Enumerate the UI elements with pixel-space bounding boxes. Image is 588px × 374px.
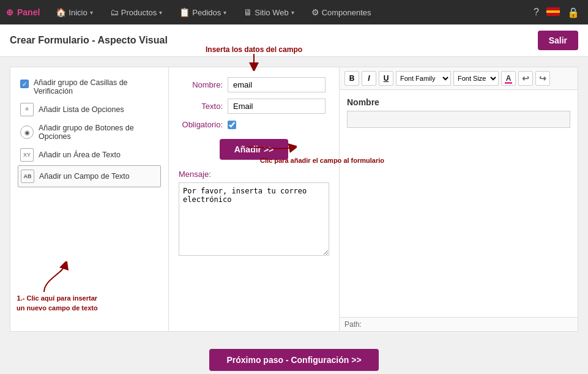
home-icon: 🏠 bbox=[56, 7, 66, 17]
editor-field-label: Nombre bbox=[347, 97, 570, 107]
sidebar-label-textarea: Añadir un Área de Texto bbox=[39, 151, 121, 159]
sidebar-label-text-field: Añadir un Campo de Texto bbox=[39, 172, 130, 181]
textarea-icon: XY bbox=[20, 148, 34, 162]
sidebar-item-textarea[interactable]: XY Añadir un Área de Texto bbox=[18, 144, 161, 165]
main-container: ✓ Añadir grupo de Casillas de Verificaci… bbox=[0, 57, 588, 342]
sidebar-item-text-field[interactable]: AB Añadir un Campo de Texto bbox=[18, 165, 161, 187]
redo-button[interactable]: ↪ bbox=[535, 71, 550, 86]
color-a-icon: A bbox=[506, 74, 512, 83]
textfield-icon: AB bbox=[21, 170, 34, 183]
underline-icon: U bbox=[384, 74, 389, 83]
orders-icon: 📋 bbox=[179, 7, 190, 17]
chevron-down-icon: ▾ bbox=[223, 9, 226, 16]
nav-item-inicio[interactable]: 🏠 Inicio ▾ bbox=[48, 4, 100, 21]
nav-item-sitioweb[interactable]: 🖥 Sitio Web ▾ bbox=[236, 4, 301, 21]
editor-path-bar: Path: bbox=[340, 317, 578, 331]
sidebar-item-radio-group[interactable]: ◉ Añadir grupo de Botones de Opciones bbox=[18, 120, 161, 144]
right-panel: B I U Font Family Font Size A ↩ ↪ Nombre bbox=[340, 67, 578, 332]
obligatorio-checkbox[interactable] bbox=[228, 121, 236, 129]
middle-panel: Inserta los datos del campo Nombre: Text… bbox=[169, 67, 340, 332]
message-label: Mensaje: bbox=[179, 170, 329, 179]
annotation-left-text: 1.- Clic aquí para insertarun nuevo camp… bbox=[17, 294, 98, 311]
obligatorio-row: Obligatorio: bbox=[179, 120, 329, 129]
undo-button[interactable]: ↩ bbox=[518, 71, 533, 86]
add-button[interactable]: Añadir >> bbox=[220, 139, 289, 160]
nav-item-productos[interactable]: 🗂 Productos ▾ bbox=[103, 4, 170, 21]
nav-label-inicio: Inicio bbox=[69, 8, 87, 17]
color-underline bbox=[505, 82, 512, 84]
next-step-button[interactable]: Próximo paso - Configuración >> bbox=[209, 349, 378, 371]
sidebar-label-radio-group: Añadir grupo de Botones de Opciones bbox=[39, 124, 158, 141]
nav-label-componentes: Componentes bbox=[322, 8, 371, 17]
path-label: Path: bbox=[344, 320, 362, 329]
left-panel: ✓ Añadir grupo de Casillas de Verificaci… bbox=[10, 67, 169, 332]
font-size-select[interactable]: Font Size bbox=[453, 71, 499, 86]
page-title: Crear Formulario - Aspecto Visual bbox=[10, 35, 168, 46]
editor-text-input[interactable] bbox=[347, 111, 570, 128]
exit-button[interactable]: Salir bbox=[538, 31, 578, 50]
components-icon: ⚙ bbox=[311, 7, 319, 17]
flag-spain[interactable] bbox=[546, 7, 560, 18]
font-family-select[interactable]: Font Family bbox=[396, 71, 451, 86]
editor-content: Nombre bbox=[340, 90, 578, 317]
brand-icon: ⊕ bbox=[6, 7, 13, 17]
list-icon: ≡ bbox=[20, 103, 34, 116]
texto-input[interactable] bbox=[228, 99, 326, 114]
texto-label: Texto: bbox=[179, 102, 228, 111]
help-icon[interactable]: ? bbox=[531, 4, 541, 20]
sidebar-item-list-options[interactable]: ≡ Añadir Lista de Opciones bbox=[18, 99, 161, 120]
sidebar-label-check-group: Añadir grupo de Casillas de Verificación bbox=[34, 78, 158, 95]
texto-row: Texto: bbox=[179, 99, 329, 114]
brand-label: Panel bbox=[17, 7, 40, 17]
chevron-down-icon: ▾ bbox=[159, 9, 162, 16]
chevron-down-icon: ▾ bbox=[90, 9, 93, 16]
italic-button[interactable]: I bbox=[362, 71, 376, 86]
sidebar-label-list-options: Añadir Lista de Opciones bbox=[39, 105, 124, 114]
nav-label-productos: Productos bbox=[121, 8, 157, 17]
nombre-input[interactable] bbox=[228, 77, 326, 92]
bottom-bar: Próximo paso - Configuración >> bbox=[0, 342, 588, 374]
editor-toolbar: B I U Font Family Font Size A ↩ ↪ bbox=[340, 67, 578, 90]
products-icon: 🗂 bbox=[110, 7, 119, 17]
nombre-label: Nombre: bbox=[179, 80, 228, 89]
text-color-button[interactable]: A bbox=[501, 71, 516, 86]
radio-icon: ◉ bbox=[20, 125, 34, 139]
annotation-left: 1.- Clic aquí para insertarun nuevo camp… bbox=[17, 261, 98, 313]
topnav-right-icons: ? 🔒 bbox=[531, 4, 582, 21]
lock-icon[interactable]: 🔒 bbox=[565, 4, 582, 21]
nav-item-pedidos[interactable]: 📋 Pedidos ▾ bbox=[172, 4, 234, 21]
italic-icon: I bbox=[368, 74, 370, 83]
checkbox-checked-icon: ✓ bbox=[20, 80, 29, 88]
nav-label-sitioweb: Sitio Web bbox=[255, 8, 288, 17]
underline-button[interactable]: U bbox=[379, 71, 393, 86]
top-navigation: ⊕ Panel 🏠 Inicio ▾ 🗂 Productos ▾ 📋 Pedid… bbox=[0, 0, 588, 24]
chevron-down-icon: ▾ bbox=[291, 9, 294, 16]
sidebar-item-check-group[interactable]: ✓ Añadir grupo de Casillas de Verificaci… bbox=[18, 75, 161, 99]
bold-button[interactable]: B bbox=[344, 71, 359, 86]
nombre-row: Nombre: bbox=[179, 77, 329, 92]
website-icon: 🖥 bbox=[244, 7, 252, 17]
page-header: Crear Formulario - Aspecto Visual Salir bbox=[0, 24, 588, 57]
brand-logo[interactable]: ⊕ Panel bbox=[6, 7, 40, 17]
nav-label-pedidos: Pedidos bbox=[192, 8, 221, 17]
message-textarea[interactable]: Por favor, inserta tu correo electrónico bbox=[179, 182, 329, 256]
message-section: Mensaje: Por favor, inserta tu correo el… bbox=[179, 170, 329, 258]
obligatorio-label: Obligatorio: bbox=[179, 120, 228, 129]
nav-item-componentes[interactable]: ⚙ Componentes bbox=[304, 4, 379, 21]
add-btn-container: Añadir >> Clic para añadir el campo al f… bbox=[179, 139, 329, 160]
